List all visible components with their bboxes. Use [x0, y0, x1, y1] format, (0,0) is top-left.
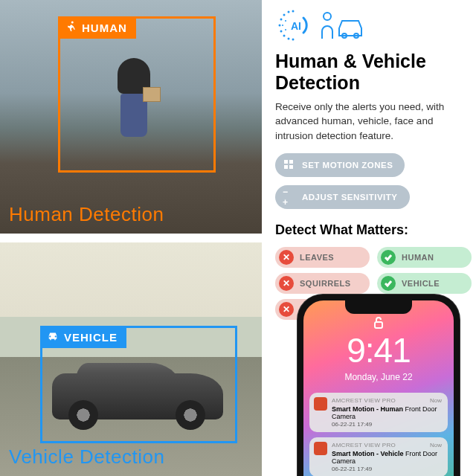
svg-rect-20	[289, 165, 293, 169]
notification-title: Smart Motion - Vehicle Front Door Camera	[332, 450, 442, 465]
car-icon	[46, 329, 60, 345]
unlock-icon	[373, 317, 384, 332]
svg-text:AI: AI	[291, 20, 301, 32]
notification-1[interactable]: AMCREST VIEW PRO Now Smart Motion - Huma…	[309, 393, 448, 432]
lockscreen-date: Monday, June 22	[303, 372, 454, 382]
phone-mockup: 9:41 Monday, June 22 AMCREST VIEW PRO No…	[298, 295, 460, 476]
person-vehicle-icon	[320, 10, 366, 40]
check-icon	[381, 276, 396, 291]
notification-time: Now	[430, 397, 442, 404]
svg-point-11	[292, 10, 295, 13]
notification-timestamp: 06-22-21 17:49	[332, 421, 442, 428]
svg-point-4	[283, 14, 286, 16]
svg-rect-19	[284, 165, 288, 169]
vehicle-bounding-box: VEHICLE	[40, 326, 237, 443]
set-motion-zones-button[interactable]: SET MOTION ZONES	[275, 153, 405, 177]
vehicle-tag: VEHICLE	[40, 326, 126, 348]
running-person-icon	[64, 20, 77, 36]
svg-point-14	[324, 13, 331, 20]
vehicle-tag-label: VEHICLE	[64, 331, 118, 344]
svg-point-10	[285, 29, 286, 30]
svg-point-12	[292, 39, 295, 41]
notification-app: AMCREST VIEW PRO	[332, 397, 442, 404]
svg-point-1	[279, 25, 281, 27]
minus-plus-icon: − +	[283, 190, 296, 204]
set-motion-zones-label: SET MOTION ZONES	[302, 161, 393, 170]
notification-2[interactable]: AMCREST VIEW PRO Now Smart Motion - Vehi…	[309, 437, 448, 476]
chip-human: HUMAN	[377, 247, 472, 268]
human-bounding-box: HUMAN	[58, 16, 216, 173]
x-icon: ✕	[279, 250, 294, 265]
svg-point-3	[280, 30, 283, 33]
ai-badge-icon: AI	[275, 7, 311, 43]
svg-rect-21	[375, 322, 382, 328]
notification-app: AMCREST VIEW PRO	[332, 442, 442, 448]
svg-point-9	[285, 20, 286, 22]
svg-point-8	[282, 25, 283, 26]
vehicle-detection-image: VEHICLE Vehicle Detection	[0, 242, 262, 476]
svg-point-2	[280, 19, 283, 21]
human-tag: HUMAN	[58, 16, 136, 39]
icon-row: AI	[275, 7, 472, 43]
app-icon	[314, 397, 327, 411]
svg-point-6	[288, 11, 290, 13]
x-icon: ✕	[279, 276, 294, 291]
notification-time: Now	[430, 442, 442, 448]
check-icon	[381, 250, 396, 265]
subheading: Receive only the alerts you need, with a…	[275, 100, 472, 144]
grid-icon	[283, 158, 296, 172]
chip-leaves: ✕LEAVES	[275, 247, 370, 268]
svg-point-5	[283, 35, 286, 37]
human-tag-label: HUMAN	[82, 22, 127, 34]
adjust-sensitivity-label: ADJUST SENSITIVITY	[302, 193, 398, 202]
headline: Human & Vehicle Detection	[275, 51, 472, 94]
notification-title: Smart Motion - Human Front Door Camera	[332, 405, 442, 420]
detect-what-matters-header: Detect What Matters:	[275, 222, 472, 238]
svg-rect-17	[284, 160, 288, 164]
x-icon: ✕	[279, 302, 294, 317]
human-detection-image: HUMAN Human Detection	[0, 0, 262, 234]
svg-point-0	[71, 21, 74, 23]
app-icon	[314, 442, 327, 455]
vehicle-caption: Vehicle Detection	[9, 446, 164, 469]
svg-rect-18	[289, 160, 293, 164]
notification-timestamp: 06-22-21 17:49	[332, 466, 442, 472]
chip-squirrels: ✕SQUIRRELS	[275, 273, 370, 294]
chip-vehicle: VEHICLE	[377, 273, 472, 294]
svg-point-7	[288, 38, 290, 40]
lockscreen-time: 9:41	[303, 330, 454, 370]
adjust-sensitivity-button[interactable]: − + ADJUST SENSITIVITY	[275, 185, 410, 209]
human-caption: Human Detection	[9, 203, 164, 226]
